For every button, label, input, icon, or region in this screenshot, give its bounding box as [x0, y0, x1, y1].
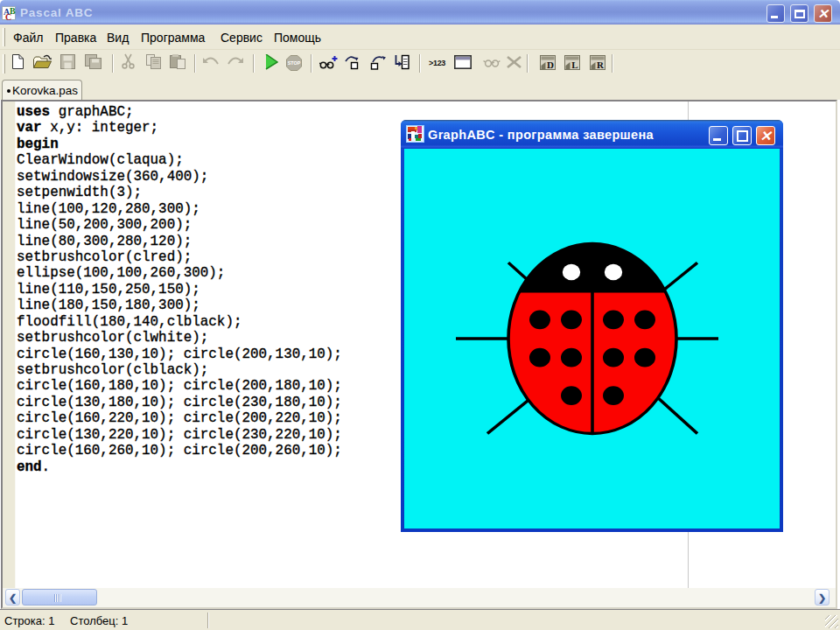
- svg-text:R: R: [597, 60, 605, 70]
- svg-text:L: L: [571, 60, 578, 70]
- svg-text:D: D: [547, 60, 554, 70]
- svg-text:STOP: STOP: [288, 60, 301, 66]
